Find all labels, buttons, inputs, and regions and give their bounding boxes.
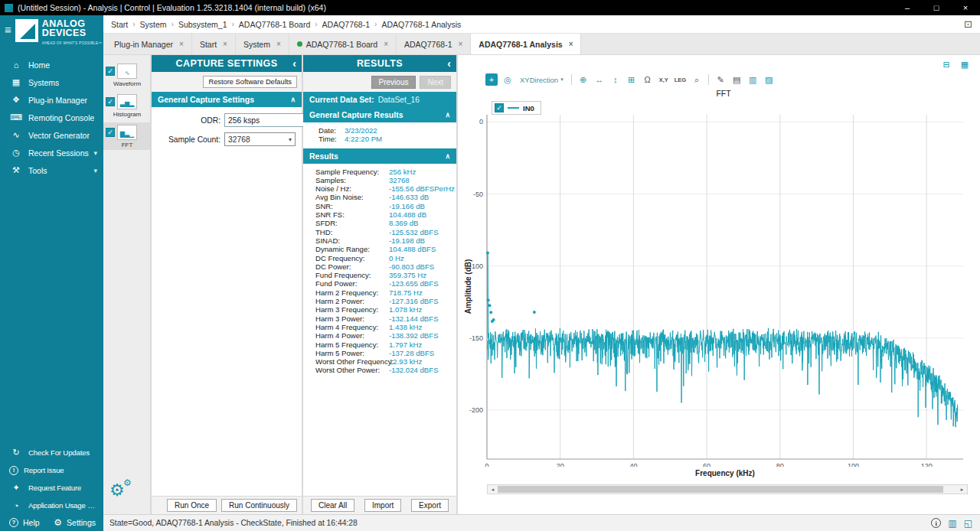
grid-view-button[interactable]: ▦ — [959, 58, 971, 70]
result-label: DC Frequency: — [315, 254, 389, 262]
sidebar-item-recent-sessions[interactable]: ◷Recent Sessions▾ — [0, 144, 103, 161]
autoscale-button[interactable]: ⊞ — [626, 73, 638, 86]
x-tick-label: 0 — [485, 462, 488, 467]
tab-adaq7768-1-board[interactable]: ADAQ7768-1 Board× — [289, 34, 397, 54]
scrollbar-thumb[interactable] — [498, 486, 943, 493]
y-tick-label: 0 — [479, 118, 483, 125]
sidebar-item-home[interactable]: ⌂Home — [0, 56, 103, 73]
sidebar-item-remoting-console[interactable]: ⌨Remoting Console — [0, 109, 103, 126]
result-label: Noise / Hz: — [315, 184, 389, 193]
menu-toggle-button[interactable]: ≡ — [5, 24, 11, 35]
sidebar-item-settings[interactable]: ⚙ Settings — [54, 517, 96, 528]
sidebar-item-systems[interactable]: ▦Systems — [0, 73, 103, 91]
tab-adaq7768-1[interactable]: ADAQ7768-1× — [397, 34, 471, 54]
sidebar-item-check-for-updates[interactable]: ↻Check For Updates — [0, 444, 103, 461]
breadcrumb-item-adaq7768-1-analysis[interactable]: ADAQ7768-1 Analysis — [381, 20, 461, 29]
dock-panel-button[interactable]: ⊟ — [940, 58, 952, 70]
maximize-button[interactable]: □ — [922, 0, 951, 15]
close-tab-icon[interactable]: × — [458, 40, 462, 48]
view-waveform[interactable]: ✓∿Waveform — [103, 61, 150, 89]
fft-plot[interactable]: 0-50-100-150-200020406080100120 — [458, 99, 972, 467]
close-tab-icon[interactable]: × — [569, 40, 573, 48]
close-button[interactable]: × — [951, 0, 980, 15]
histogram-checkbox[interactable]: ✓ — [106, 97, 115, 106]
run-continuously-button[interactable]: Run Continuously — [221, 499, 297, 512]
sidebar-item-help[interactable]: ? Help — [9, 518, 40, 527]
zoom-fit-button[interactable]: ⊕ — [577, 73, 590, 86]
histogram-icon: ▃▆▂ — [117, 94, 137, 109]
sidebar-item-report-issue[interactable]: !Report Issue — [0, 461, 103, 479]
scroll-left-icon[interactable]: ◂ — [488, 485, 498, 494]
previous-dataset-button[interactable]: Previous — [371, 76, 416, 89]
breadcrumb-item-subsystem-1[interactable]: Subsystem_1 — [178, 20, 227, 29]
result-label: Worst Other Frequency: — [315, 357, 389, 366]
view-fft[interactable]: ✓▇▃▁FFT — [103, 122, 150, 150]
view-label: Waveform — [106, 80, 149, 87]
clear-all-button[interactable]: Clear All — [311, 499, 354, 512]
time-value: 4:22:20 PM — [345, 135, 382, 143]
close-tab-icon[interactable]: × — [276, 40, 281, 48]
xy-values-button[interactable]: X,Y — [658, 73, 670, 86]
tools-icon: ⚒ — [9, 165, 23, 175]
breadcrumb-item-start[interactable]: Start — [111, 20, 128, 29]
export-image-button[interactable]: ▥ — [746, 73, 759, 86]
xy-direction-dropdown[interactable]: XYDirection▾ — [518, 76, 566, 84]
pan-horizontal-button[interactable]: ↔ — [593, 73, 606, 86]
export-button[interactable]: Export — [411, 499, 449, 512]
tab-start[interactable]: Start× — [192, 34, 236, 54]
collapse-panel-icon[interactable]: ‹ — [447, 58, 451, 69]
usage-panel-icon[interactable]: ▥ — [948, 519, 956, 528]
series-checkbox[interactable]: ✓ — [495, 103, 504, 112]
next-dataset-button[interactable]: Next — [420, 76, 451, 89]
marker-tool-button[interactable]: ◎ — [501, 73, 514, 86]
layout-panel-icon[interactable]: ⊡ — [964, 18, 972, 30]
scrollbar-track[interactable] — [498, 486, 957, 493]
result-value: 32768 — [389, 176, 410, 184]
scroll-right-icon[interactable]: ▸ — [957, 485, 967, 494]
chart-scrollbar[interactable]: ◂ ▸ — [487, 484, 968, 494]
sample-count-dropdown[interactable]: 32768 ▾ — [224, 132, 296, 146]
general-capture-settings-section[interactable]: General Capture Settings ∧ — [152, 92, 302, 107]
sidebar-item-tools[interactable]: ⚒Tools▾ — [0, 161, 103, 179]
sidebar-item-application-usage-logging[interactable]: ◔Application Usage Logging — [0, 497, 103, 514]
results-rows: Sample Frequency:256 kHzSamples:32768Noi… — [303, 164, 456, 378]
pan-vertical-button[interactable]: ↕ — [609, 73, 622, 86]
minimize-button[interactable]: – — [893, 0, 922, 15]
fft-checkbox[interactable]: ✓ — [106, 128, 115, 137]
annotate-button[interactable]: ✎ — [714, 73, 727, 86]
result-value: 1.797 kHz — [389, 340, 422, 349]
legend-toggle-button[interactable]: LEG — [674, 73, 687, 86]
view-histogram[interactable]: ✓▃▆▂Histogram — [103, 92, 150, 119]
marker-dot — [488, 304, 491, 307]
omega-cursor-button[interactable]: Ω — [642, 73, 654, 86]
restore-layout-icon[interactable]: ◱ — [964, 519, 972, 528]
export-data-button[interactable]: ▨ — [763, 73, 775, 86]
zoom-window-button[interactable]: ⌕ — [691, 73, 703, 86]
restore-defaults-button[interactable]: Restore Software Defaults — [203, 76, 297, 88]
analysis-settings-button[interactable]: ⚙ ⚙ — [109, 481, 136, 503]
tab-system[interactable]: System× — [236, 34, 289, 54]
sidebar-item-request-feature[interactable]: ✦Request Feature — [0, 479, 103, 497]
breadcrumb-item-adaq7768-1-board[interactable]: ADAQ7768-1 Board — [239, 20, 310, 29]
breadcrumb-item-adaq7768-1[interactable]: ADAQ7768-1 — [322, 20, 370, 29]
breadcrumb-item-system[interactable]: System — [140, 20, 167, 29]
y-tick-label: -200 — [469, 406, 483, 414]
general-capture-results-section[interactable]: General Capture Results ∧ — [303, 107, 456, 122]
close-tab-icon[interactable]: × — [384, 40, 388, 48]
snapshot-button[interactable]: ▤ — [730, 73, 743, 86]
waveform-checkbox[interactable]: ✓ — [106, 67, 115, 76]
sidebar-item-plug-in-manager[interactable]: ❖Plug-in Manager — [0, 91, 103, 109]
results-section[interactable]: Results ∧ — [303, 148, 456, 164]
close-tab-icon[interactable]: × — [179, 40, 184, 48]
import-button[interactable]: Import — [364, 499, 401, 512]
tab-adaq7768-1-analysis[interactable]: ADAQ7768-1 Analysis× — [471, 34, 581, 54]
tab-plug-in-manager[interactable]: Plug-in Manager× — [106, 34, 192, 54]
close-tab-icon[interactable]: × — [223, 40, 227, 48]
run-once-button[interactable]: Run Once — [167, 499, 217, 512]
result-value: 718.75 Hz — [389, 288, 423, 297]
cursor-tool-button[interactable]: + — [485, 73, 498, 86]
collapse-panel-icon[interactable]: ‹ — [292, 58, 296, 69]
info-icon[interactable]: i — [931, 518, 941, 528]
help-label: Help — [23, 518, 40, 527]
sidebar-item-vector-generator[interactable]: ∿Vector Generator — [0, 126, 103, 144]
